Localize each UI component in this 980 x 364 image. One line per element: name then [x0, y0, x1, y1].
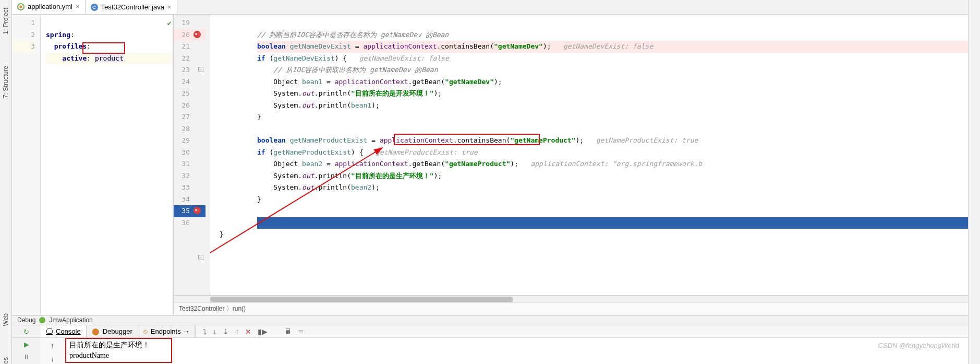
tab-label: Test32Controller.java	[101, 3, 164, 11]
debug-toolbar-row: ↻ 🖵 Console ⬤ Debugger ⎋ Endpoints →	[12, 325, 968, 338]
spring-icon	[39, 316, 46, 324]
inline-hint: getNameDevExist: false	[563, 42, 653, 50]
gutter-left: 1 2 3	[12, 15, 41, 315]
step-into-icon[interactable]: ↓	[213, 327, 216, 336]
debug-left-toolbar: ↻	[12, 325, 41, 337]
cursor-line	[257, 217, 968, 229]
debug-tab-console[interactable]: 🖵 Console	[41, 325, 87, 337]
yml-value-product: product	[95, 54, 124, 62]
horizontal-scrollbar[interactable]	[174, 295, 968, 302]
step-over-icon[interactable]: ⤵	[203, 327, 207, 336]
left-toolbar: 1: Project 7: Structure Web es	[0, 0, 12, 364]
debug-app-name: JmwApplication	[49, 316, 92, 324]
debug-tab-debugger[interactable]: ⬤ Debugger	[87, 325, 138, 337]
inline-hint: getNameDevExist: false	[359, 54, 449, 62]
tab-test32controller[interactable]: C Test32Controller.java ×	[86, 0, 177, 14]
line-number: 2	[12, 29, 35, 41]
inline-hint: applicationContext: "org.springframework…	[530, 160, 702, 168]
console-left-toolbar: ▶ ⏸	[12, 338, 41, 364]
bug-icon: ⬤	[92, 327, 100, 335]
sidetool-structure[interactable]: 7: Structure	[2, 66, 9, 98]
yml-key: profiles	[54, 42, 87, 50]
watermark: CSDN @fengyehongWorld	[878, 342, 959, 349]
down-icon[interactable]: ↓	[47, 354, 58, 364]
editor-yml[interactable]: 1 2 3 ✔spring: profiles: active: product	[12, 15, 174, 315]
run-to-cursor-icon[interactable]: ▮▶	[258, 327, 268, 336]
right-toolbar	[968, 0, 980, 364]
inline-hint: getNameProductExist: true	[596, 136, 698, 144]
line-number: 3	[12, 41, 35, 53]
rerun-icon[interactable]: ↻	[21, 326, 32, 337]
error-icon[interactable]	[193, 207, 201, 214]
console-body: ▶ ⏸ ↑ ↓ 目前所在的是生产环境！ productName	[12, 338, 968, 364]
yml-key: active	[62, 54, 87, 62]
console-icon: 🖵	[46, 327, 53, 335]
java-class-icon: C	[91, 4, 98, 11]
sidetool-web[interactable]: Web	[2, 313, 9, 326]
pause-icon[interactable]: ⏸	[21, 351, 32, 362]
sidetool-project[interactable]: 1: Project	[2, 8, 9, 34]
error-icon[interactable]	[193, 31, 201, 38]
close-icon[interactable]: ×	[167, 3, 172, 11]
console-line: 目前所在的是生产环境！	[69, 340, 963, 350]
drop-frame-icon[interactable]: ✕	[245, 327, 251, 336]
step-out-icon[interactable]: ↑	[235, 327, 239, 336]
svg-point-1	[20, 5, 22, 8]
endpoints-icon: ⎋	[143, 327, 148, 335]
comment: // 判断当前IOC容器中是否存在名称为 getNameDev 的Bean	[257, 31, 449, 39]
debug-header: Debug JmwApplication	[12, 315, 968, 325]
tab-application-yml[interactable]: application.yml ×	[12, 0, 86, 14]
breadcrumb[interactable]: Test32Controller 〉run()	[174, 302, 968, 315]
editor-java[interactable]: 19 20 21− 22 23 24 25 26 27 28 29− 30	[174, 15, 968, 315]
tab-label: application.yml	[28, 3, 72, 10]
inline-hint: getNameProductExist: true	[376, 148, 478, 156]
close-icon[interactable]: ×	[76, 3, 80, 10]
yml-icon	[17, 3, 25, 10]
debug-step-toolbar: ⤵ ↓ ⇣ ↑ ✕ ▮▶ 🖩 ≣	[195, 325, 311, 337]
editor-tabs: application.yml × C Test32Controller.jav…	[12, 0, 968, 15]
gutter-right: 19 20 21− 22 23 24 25 26 27 28 29− 30	[174, 15, 210, 295]
scroll-thumb[interactable]	[210, 297, 513, 302]
code-yml[interactable]: ✔spring: profiles: active: product	[41, 15, 173, 315]
force-step-into-icon[interactable]: ⇣	[223, 327, 229, 336]
debug-tabs: 🖵 Console ⬤ Debugger ⎋ Endpoints →	[41, 325, 195, 337]
resume-icon[interactable]: ▶	[21, 339, 32, 349]
yml-key: spring	[46, 31, 70, 39]
evaluate-icon[interactable]: 🖩	[284, 327, 292, 336]
check-icon: ✔	[167, 17, 172, 29]
svg-point-3	[39, 317, 45, 323]
console-output[interactable]: 目前所在的是生产环境！ productName	[64, 338, 968, 364]
debug-tab-endpoints[interactable]: ⎋ Endpoints →	[138, 325, 195, 337]
fold-icon[interactable]: −	[198, 255, 203, 260]
sidetool-es[interactable]: es	[2, 357, 9, 364]
code-java[interactable]: // 判断当前IOC容器中是否存在名称为 getNameDev 的Bean bo…	[210, 15, 968, 295]
console-line: productName	[69, 350, 963, 361]
up-icon[interactable]: ↑	[47, 340, 58, 350]
toggle-icon[interactable]: ≣	[298, 327, 304, 336]
line-number: 1	[12, 17, 35, 29]
comment: // 从IOC容器中获取出名称为 getNameDev 的Bean	[257, 66, 438, 74]
debug-panel: Debug JmwApplication ↻ 🖵 Console ⬤ Debug…	[12, 315, 968, 364]
